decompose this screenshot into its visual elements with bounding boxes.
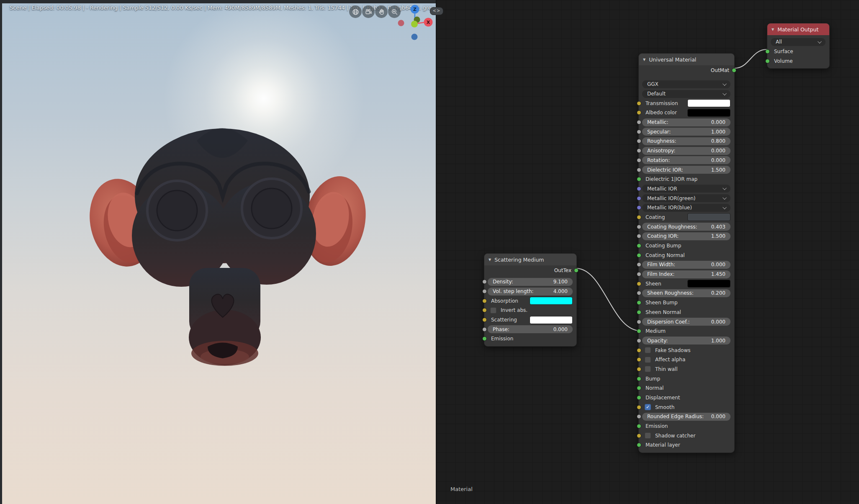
- value-slider[interactable]: Rounded Edge Radius:0.000: [642, 413, 730, 421]
- checkbox[interactable]: [645, 357, 651, 363]
- value-slider[interactable]: Coating IOR:1.500: [642, 232, 730, 240]
- yellow-input-socket[interactable]: [637, 111, 641, 115]
- purple-input-socket[interactable]: [637, 196, 641, 201]
- green-input-socket[interactable]: [637, 376, 641, 381]
- yellow-input-socket[interactable]: [637, 215, 641, 219]
- value-slider[interactable]: Roughness:0.800: [642, 137, 730, 145]
- value-slider[interactable]: Coating Roughness:0.403: [642, 223, 730, 231]
- gray-input-socket[interactable]: [637, 120, 641, 125]
- pan-hand-icon[interactable]: [375, 5, 388, 18]
- shader-node-editor[interactable]: ▼ Scattering Medium OutTex Density:9.100…: [436, 0, 859, 504]
- value-slider[interactable]: Specular:1.000: [642, 128, 730, 136]
- gray-input-socket[interactable]: [637, 338, 641, 343]
- green-input-socket[interactable]: [765, 49, 770, 54]
- collapse-triangle-icon[interactable]: ▼: [489, 258, 491, 262]
- dropdown-select[interactable]: Metallic IOR(blue): [642, 204, 730, 212]
- gray-input-socket[interactable]: [637, 129, 641, 134]
- yellow-input-socket[interactable]: [637, 367, 641, 371]
- color-swatch[interactable]: [530, 316, 573, 324]
- gray-input-socket[interactable]: [637, 224, 641, 229]
- color-swatch[interactable]: [687, 109, 730, 117]
- checkbox[interactable]: [645, 432, 651, 439]
- gray-input-socket[interactable]: [637, 272, 641, 277]
- green-input-socket[interactable]: [637, 253, 641, 257]
- value-slider[interactable]: Sheen Roughness:0.200: [642, 289, 730, 297]
- yellow-input-socket[interactable]: [637, 405, 641, 409]
- gray-input-socket[interactable]: [637, 149, 641, 153]
- yellow-input-socket[interactable]: [637, 433, 641, 438]
- value-slider[interactable]: Film Index:1.450: [642, 270, 730, 278]
- yellow-input-socket[interactable]: [482, 298, 487, 303]
- gray-input-socket[interactable]: [637, 291, 641, 296]
- gray-input-socket[interactable]: [637, 319, 641, 324]
- green-input-socket[interactable]: [637, 329, 641, 334]
- green-input-socket[interactable]: [637, 396, 641, 400]
- color-swatch[interactable]: [687, 213, 730, 221]
- value-slider[interactable]: Dispersion Coef.:0.000: [642, 318, 730, 326]
- checkbox[interactable]: [490, 307, 496, 314]
- color-swatch[interactable]: [687, 99, 730, 107]
- output-socket[interactable]: [574, 268, 579, 273]
- color-swatch[interactable]: [687, 280, 730, 288]
- gray-input-socket[interactable]: [482, 280, 487, 284]
- value-slider[interactable]: Metallic:0.000: [642, 118, 730, 126]
- chevron-down-icon: [723, 195, 727, 200]
- value-slider[interactable]: Dielectric IOR:1.500: [642, 166, 730, 174]
- gray-input-socket[interactable]: [482, 289, 487, 294]
- green-input-socket[interactable]: [482, 337, 487, 341]
- yellow-input-socket[interactable]: [482, 308, 487, 313]
- checkbox[interactable]: [645, 347, 651, 353]
- gray-input-socket[interactable]: [637, 167, 641, 172]
- dropdown-select[interactable]: Default: [642, 90, 730, 98]
- value-slider[interactable]: Rotation:0.000: [642, 156, 730, 164]
- purple-input-socket[interactable]: [637, 186, 641, 191]
- value-slider[interactable]: Opacity:1.000: [642, 337, 730, 345]
- gray-input-socket[interactable]: [637, 234, 641, 239]
- gray-input-socket[interactable]: [482, 327, 487, 332]
- output-socket[interactable]: [732, 68, 736, 73]
- node-row: Emission: [639, 422, 734, 431]
- yellow-input-socket[interactable]: [637, 101, 641, 105]
- region-collapse-widget[interactable]: <>: [430, 7, 443, 15]
- dropdown-select[interactable]: Metallic IOR(green): [642, 194, 730, 202]
- green-input-socket[interactable]: [637, 310, 641, 314]
- green-input-socket[interactable]: [637, 244, 641, 248]
- green-input-socket[interactable]: [637, 386, 641, 391]
- color-swatch[interactable]: [530, 297, 573, 305]
- green-input-socket[interactable]: [637, 301, 641, 305]
- yellow-input-socket[interactable]: [637, 357, 641, 362]
- node-header[interactable]: ▼ Scattering Medium: [484, 254, 576, 265]
- render-viewport[interactable]: Scene | Elapsed: 00:05.98 | - Rendering …: [0, 0, 436, 504]
- gray-input-socket[interactable]: [637, 139, 641, 144]
- gray-input-socket[interactable]: [637, 158, 641, 162]
- node-scattering-medium[interactable]: ▼ Scattering Medium OutTex Density:9.100…: [484, 253, 577, 347]
- yellow-input-socket[interactable]: [482, 318, 487, 322]
- green-input-socket[interactable]: [637, 424, 641, 429]
- yellow-input-socket[interactable]: [637, 348, 641, 352]
- checkbox[interactable]: ✓: [645, 404, 651, 410]
- node-header[interactable]: ▼ Universal Material: [639, 54, 734, 65]
- dropdown-select[interactable]: GGX: [642, 80, 730, 88]
- value-slider[interactable]: Film Width:0.000: [642, 261, 730, 269]
- value-slider[interactable]: Anisotropy:0.000: [642, 147, 730, 155]
- purple-input-socket[interactable]: [637, 206, 641, 210]
- gray-input-socket[interactable]: [637, 414, 641, 419]
- node-universal-material[interactable]: ▼ Universal Material OutMat GGXDefaultTr…: [638, 53, 735, 453]
- green-input-socket[interactable]: [637, 443, 641, 447]
- value-slider[interactable]: Density:9.100: [488, 278, 573, 286]
- yellow-input-socket[interactable]: [637, 281, 641, 286]
- checkbox[interactable]: [645, 366, 651, 372]
- target-select[interactable]: All: [771, 38, 826, 46]
- green-input-socket[interactable]: [637, 177, 641, 182]
- dropdown-select[interactable]: Metallic IOR: [642, 185, 730, 193]
- collapse-triangle-icon[interactable]: ▼: [643, 58, 646, 62]
- wireframe-globe-icon[interactable]: [349, 5, 362, 18]
- green-input-socket[interactable]: [765, 59, 770, 63]
- value-slider[interactable]: Phase:0.000: [488, 325, 573, 333]
- node-header[interactable]: ▼ Material Output: [767, 23, 829, 35]
- value-slider[interactable]: Vol. step length:4.000: [488, 288, 573, 296]
- gray-input-socket[interactable]: [637, 262, 641, 267]
- camera-icon[interactable]: [362, 5, 375, 18]
- collapse-triangle-icon[interactable]: ▼: [772, 28, 774, 31]
- node-material-output[interactable]: ▼ Material Output All SurfaceVolume: [767, 23, 830, 69]
